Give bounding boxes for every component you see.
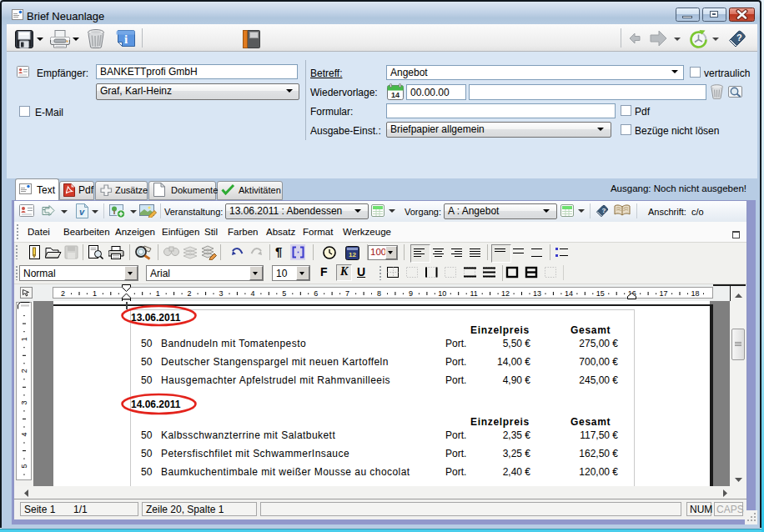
svg-text:i: i: [124, 33, 128, 46]
svg-text:10: 10: [438, 289, 446, 298]
svg-text:?: ?: [602, 207, 606, 214]
svg-text:8: 8: [377, 289, 381, 298]
svg-text:12: 12: [349, 251, 356, 258]
svg-text:3: 3: [20, 400, 28, 404]
svg-text:?: ?: [736, 33, 742, 43]
svg-text:2: 2: [61, 289, 65, 298]
svg-text:2: 2: [20, 369, 28, 373]
svg-text:5: 5: [20, 464, 28, 469]
svg-text:3: 3: [219, 289, 223, 298]
svg-text:1: 1: [156, 289, 160, 298]
svg-text:1: 1: [20, 337, 28, 341]
svg-text:18: 18: [691, 289, 699, 298]
svg-text:12: 12: [501, 289, 510, 298]
svg-text:7: 7: [345, 289, 349, 298]
svg-text:15: 15: [596, 289, 605, 298]
svg-text:9: 9: [409, 289, 413, 298]
svg-text:6: 6: [314, 289, 318, 298]
svg-text:v: v: [79, 207, 85, 217]
svg-text:1: 1: [93, 289, 97, 298]
svg-text:14: 14: [565, 289, 573, 298]
svg-text:14: 14: [391, 91, 400, 99]
svg-text:5: 5: [282, 289, 286, 298]
svg-text:11: 11: [470, 289, 478, 298]
svg-text:4: 4: [250, 289, 254, 298]
svg-text:17: 17: [660, 289, 668, 298]
svg-text:2: 2: [188, 289, 192, 298]
svg-text:4: 4: [20, 432, 28, 436]
svg-text:13: 13: [533, 289, 541, 298]
